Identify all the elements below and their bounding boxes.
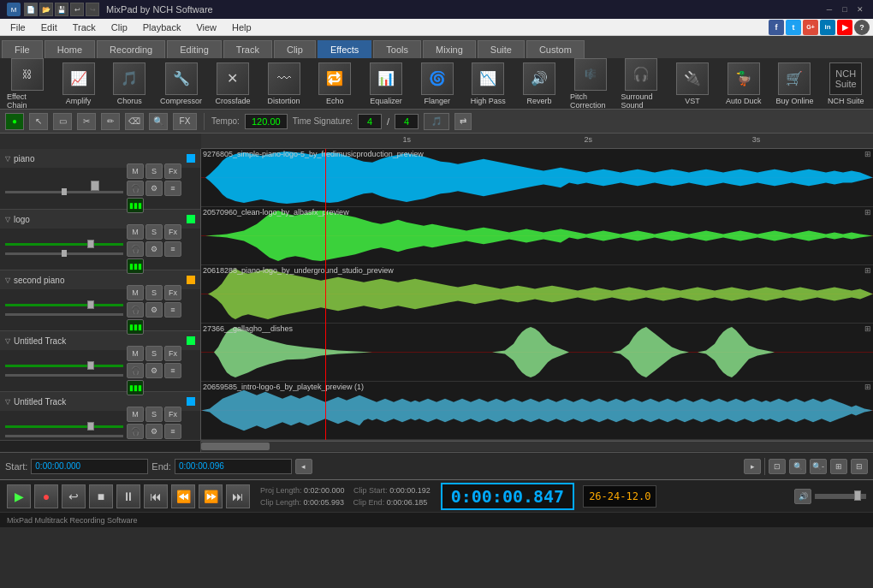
undo-icon[interactable]: ↩ <box>70 3 84 16</box>
level-btn-logo[interactable]: ▮▮▮ <box>127 258 144 274</box>
zoom-sel-btn[interactable]: ⊞ <box>830 459 847 474</box>
tab-mixing[interactable]: Mixing <box>423 40 476 58</box>
tab-effects[interactable]: Effects <box>318 40 371 58</box>
speaker-icon[interactable]: 🔊 <box>794 489 811 504</box>
flanger-button[interactable]: 🌀 Flanger <box>413 61 461 107</box>
master-volume-slider[interactable] <box>815 494 866 499</box>
eq-btn-untitled1[interactable]: ≡ <box>164 363 181 378</box>
split-tool[interactable]: ✂ <box>77 113 96 130</box>
arrow-right-btn[interactable]: ▸ <box>744 459 761 474</box>
fx-btn-untitled2[interactable]: Fx <box>164 407 181 422</box>
settings-btn-piano[interactable]: ⚙ <box>146 181 163 196</box>
zoom-in-sm[interactable]: 🔍 <box>149 113 168 130</box>
stop-button[interactable]: ■ <box>89 484 113 508</box>
tab-custom[interactable]: Custom <box>526 40 585 58</box>
track-expand-second-piano[interactable]: ▽ <box>5 276 10 284</box>
reverb-button[interactable]: 🔊 Reverb <box>515 61 563 107</box>
youtube-icon[interactable]: ▶ <box>837 20 852 35</box>
save-icon[interactable]: 💾 <box>55 3 68 16</box>
headphone-btn-second-piano[interactable]: 🎧 <box>127 302 144 318</box>
level-btn-untitled1[interactable]: ▮▮▮ <box>127 380 144 395</box>
headphone-btn-untitled2[interactable]: 🎧 <box>127 424 144 439</box>
metronome-btn[interactable]: 🎵 <box>424 113 449 130</box>
effect-chain-button[interactable]: ⛓ Effect Chain <box>3 58 51 110</box>
headphone-btn-piano[interactable]: 🎧 <box>127 181 144 196</box>
buy-online-button[interactable]: 🛒 Buy Online <box>771 61 819 107</box>
mute-btn-piano[interactable]: M <box>127 163 144 179</box>
menu-file[interactable]: File <box>3 21 33 34</box>
track-expand-untitled1[interactable]: ▽ <box>5 337 10 345</box>
track-pan-fader-piano[interactable] <box>5 191 123 193</box>
end-time-field[interactable] <box>175 459 292 474</box>
track-expand-piano[interactable]: ▽ <box>5 155 10 163</box>
auto-duck-button[interactable]: 🦆 Auto Duck <box>720 61 768 107</box>
zoom-out-btn[interactable]: 🔍- <box>810 459 827 474</box>
record-button[interactable]: ● <box>34 484 58 508</box>
mute-btn-second-piano[interactable]: M <box>127 285 144 300</box>
maximize-button[interactable]: □ <box>839 3 851 15</box>
level-btn-piano[interactable]: ▮▮▮ <box>127 198 144 213</box>
tab-clip[interactable]: Clip <box>274 40 316 58</box>
track-vol-fader-untitled2[interactable] <box>5 425 123 428</box>
zoom-fit-btn[interactable]: ⊡ <box>769 459 786 474</box>
track-pan-fader-untitled2[interactable] <box>5 435 123 437</box>
menu-clip[interactable]: Clip <box>104 21 134 34</box>
track-vol-fader-untitled1[interactable] <box>5 365 123 367</box>
start-time-field[interactable] <box>31 459 148 474</box>
settings-btn-logo[interactable]: ⚙ <box>146 241 163 257</box>
chorus-button[interactable]: 🎵 Chorus <box>105 61 153 107</box>
zoom-in-btn[interactable]: 🔍 <box>789 459 806 474</box>
loop-region-btn[interactable]: ⇄ <box>454 113 472 130</box>
solo-btn-piano[interactable]: S <box>146 163 163 179</box>
tab-track[interactable]: Track <box>223 40 272 58</box>
rewind-button[interactable]: ⏪ <box>171 484 195 508</box>
menu-help[interactable]: Help <box>225 21 258 34</box>
surround-sound-button[interactable]: 🎧 Surround Sound <box>618 58 666 110</box>
loop-button[interactable]: ↩ <box>62 484 86 508</box>
track-vol-fader-second-piano[interactable] <box>5 304 123 306</box>
track-pan-fader-second-piano[interactable] <box>5 313 123 316</box>
erase-tool[interactable]: ⌫ <box>125 113 144 130</box>
crossfade-button[interactable]: ✕ Crossfade <box>209 61 257 107</box>
high-pass-button[interactable]: 📉 High Pass <box>465 61 513 107</box>
eq-btn-untitled2[interactable]: ≡ <box>164 424 181 439</box>
google-plus-icon[interactable]: G+ <box>803 20 818 35</box>
fx-btn-untitled1[interactable]: Fx <box>164 346 181 361</box>
track-pan-fader-untitled1[interactable] <box>5 374 123 377</box>
eq-btn-second-piano[interactable]: ≡ <box>164 302 181 318</box>
eq-btn-piano[interactable]: ≡ <box>164 181 181 196</box>
select-tool[interactable]: ▭ <box>53 113 72 130</box>
settings-btn-second-piano[interactable]: ⚙ <box>146 302 163 318</box>
headphone-btn-logo[interactable]: 🎧 <box>127 241 144 257</box>
pencil-tool[interactable]: ✏ <box>101 113 120 130</box>
forward-button[interactable]: ⏩ <box>199 484 223 508</box>
twitter-icon[interactable]: t <box>786 20 801 35</box>
tab-editing[interactable]: Editing <box>167 40 222 58</box>
record-btn-sm[interactable]: ● <box>5 113 24 130</box>
tab-home[interactable]: Home <box>45 40 95 58</box>
menu-view[interactable]: View <box>189 21 223 34</box>
menu-playback[interactable]: Playback <box>136 21 188 34</box>
mute-btn-logo[interactable]: M <box>127 224 144 240</box>
vst-button[interactable]: 🔌 VST <box>668 61 716 107</box>
eq-btn-logo[interactable]: ≡ <box>164 241 181 257</box>
track-pan-fader-logo[interactable] <box>5 252 123 255</box>
track-vol-fader-logo[interactable] <box>5 243 123 246</box>
cursor-tool[interactable]: ↖ <box>29 113 48 130</box>
play-button[interactable]: ▶ <box>7 484 31 508</box>
waveform-row-piano[interactable]: 9276805_simple-piano-logo-5_by_fredimusi… <box>201 149 873 207</box>
track-expand-logo[interactable]: ▽ <box>5 216 10 223</box>
rewind-start-button[interactable]: ⏮ <box>144 484 168 508</box>
nch-suite-button[interactable]: NCH Suite NCH Suite <box>822 61 870 107</box>
mute-btn-untitled1[interactable]: M <box>127 346 144 361</box>
fx-btn-logo[interactable]: Fx <box>164 224 181 240</box>
arrow-left-btn[interactable]: ◂ <box>295 459 312 474</box>
tempo-input[interactable] <box>245 114 288 129</box>
pause-button[interactable]: ⏸ <box>116 484 140 508</box>
menu-edit[interactable]: Edit <box>34 21 64 34</box>
level-btn-second-piano[interactable]: ▮▮▮ <box>127 319 144 335</box>
waveform-row-dishes[interactable]: 27366__gallagho__dishes ⊞ <box>201 324 873 382</box>
new-icon[interactable]: 📄 <box>24 3 38 16</box>
solo-btn-logo[interactable]: S <box>146 224 163 240</box>
fx-btn-second-piano[interactable]: Fx <box>164 285 181 300</box>
